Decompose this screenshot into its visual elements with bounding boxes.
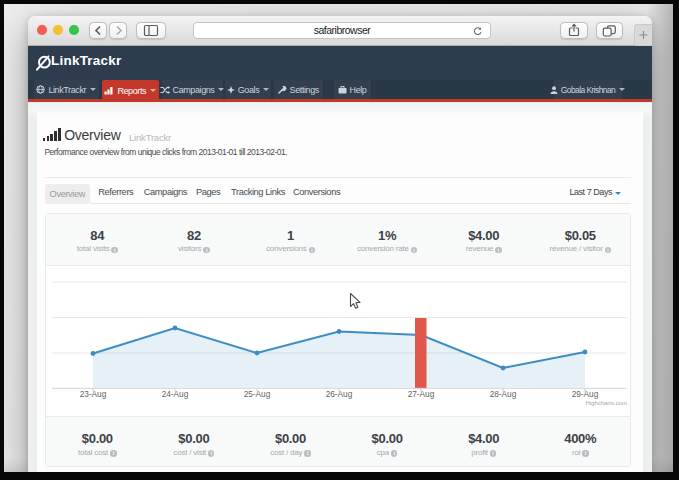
svg-text:25-Aug: 25-Aug — [244, 389, 271, 399]
svg-text:Highcharts.com: Highcharts.com — [585, 400, 627, 406]
svg-text:23-Aug: 23-Aug — [80, 389, 107, 399]
svg-text:29-Aug: 29-Aug — [572, 389, 599, 399]
svg-text:26-Aug: 26-Aug — [326, 389, 353, 399]
svg-text:24-Aug: 24-Aug — [162, 389, 189, 399]
svg-text:28-Aug: 28-Aug — [490, 389, 517, 399]
svg-text:27-Aug: 27-Aug — [408, 389, 435, 399]
